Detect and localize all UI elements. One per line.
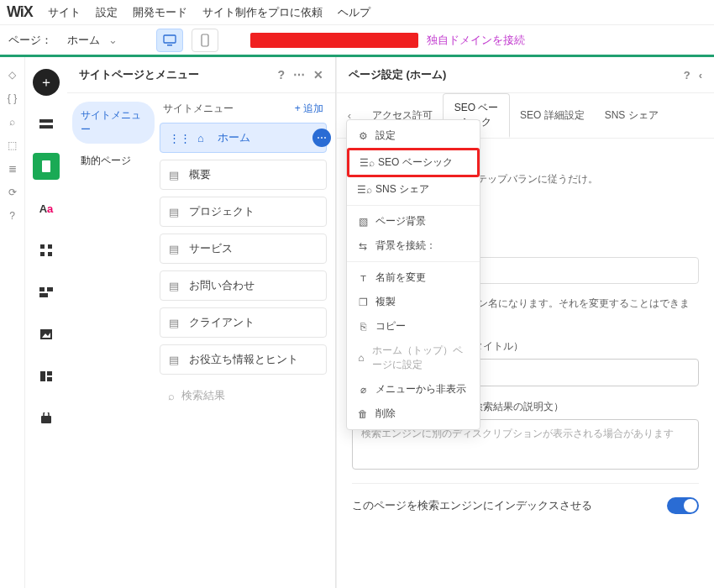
- desktop-view-button[interactable]: [156, 29, 183, 52]
- code-rail: ◇ { } ⌕ ⬚ ≣ ⟳ ?: [0, 57, 25, 588]
- desktop-icon: [163, 34, 176, 46]
- svg-rect-16: [47, 371, 52, 375]
- svg-rect-3: [39, 119, 53, 123]
- ctx-page-bg[interactable]: ▧ページ背景: [347, 209, 480, 234]
- ctx-duplicate[interactable]: ❐複製: [347, 290, 480, 314]
- page-item-label: ホーム: [218, 130, 250, 145]
- page-dropdown[interactable]: ホーム ⌄: [60, 31, 124, 50]
- back-icon[interactable]: ‹: [699, 69, 702, 81]
- page-item[interactable]: ▤概要: [160, 160, 327, 190]
- svg-rect-2: [202, 34, 208, 46]
- close-icon[interactable]: ✕: [313, 68, 323, 81]
- menu-hirepro[interactable]: サイト制作をプロに依頼: [202, 5, 323, 20]
- tool-business[interactable]: [33, 279, 60, 306]
- rail-icon-db[interactable]: ≣: [8, 163, 17, 175]
- menu-settings[interactable]: 設定: [96, 5, 118, 20]
- page-icon: ▤: [169, 243, 182, 255]
- page-item-label: プロジェクト: [189, 204, 255, 219]
- tool-theme[interactable]: Aa: [33, 195, 60, 222]
- ctx-rename[interactable]: ᴛ名前を変更: [347, 265, 480, 290]
- mobile-icon: [201, 34, 209, 47]
- ctx-sns-share[interactable]: ☰⌕SNS シェア: [347, 177, 480, 202]
- ctx-label: コピー: [375, 319, 406, 333]
- more-icon[interactable]: ⋯: [293, 68, 305, 81]
- editor-toolbar: ページ： ホーム ⌄ 独自ドメインを接続: [0, 25, 714, 57]
- rail-icon-braces[interactable]: { }: [8, 92, 17, 104]
- tab-sns-share[interactable]: SNS シェア: [595, 100, 669, 131]
- svg-rect-18: [41, 416, 51, 423]
- pages-panel: サイトページとメニュー ? ⋯ ✕ サイトメニュー 動的ページ サイトメニュー …: [67, 57, 336, 588]
- tool-media[interactable]: [33, 321, 60, 348]
- page-icon: ▤: [169, 280, 182, 292]
- index-toggle[interactable]: [667, 497, 699, 514]
- seo-icon: ☰⌕: [360, 157, 371, 169]
- svg-rect-7: [48, 244, 52, 249]
- menu-devmode[interactable]: 開発モード: [133, 5, 187, 20]
- svg-rect-10: [39, 287, 45, 291]
- add-page-link[interactable]: + 追加: [295, 102, 323, 116]
- tool-layout[interactable]: [33, 363, 60, 390]
- ctx-copy[interactable]: ⎘コピー: [347, 314, 480, 339]
- top-menu-bar: WiX サイト 設定 開発モード サイト制作をプロに依頼 ヘルプ: [0, 0, 714, 25]
- menu-help[interactable]: ヘルプ: [338, 5, 370, 20]
- rail-icon-search[interactable]: ⌕: [9, 116, 15, 128]
- ctx-label: SNS シェア: [375, 182, 429, 197]
- ctx-settings[interactable]: ⚙設定: [347, 123, 480, 148]
- tool-apps[interactable]: [33, 237, 60, 264]
- ctx-label: 名前を変更: [375, 270, 426, 285]
- editor-tools-sidebar: ＋ Aa: [25, 57, 67, 588]
- copy-icon: ⎘: [357, 321, 369, 333]
- page-item-label: サービス: [189, 241, 233, 256]
- rail-icon-run[interactable]: ⟳: [8, 186, 17, 198]
- drag-handle-icon[interactable]: ⋮⋮: [169, 132, 191, 144]
- svg-rect-15: [40, 371, 45, 381]
- mobile-view-button[interactable]: [192, 29, 218, 52]
- page-item[interactable]: ▤サービス: [160, 234, 327, 264]
- ctx-set-home: ⌂ホーム（トップ）ページに設定: [347, 339, 480, 377]
- side-tab-site-menu[interactable]: サイトメニュー: [72, 102, 155, 144]
- page-item[interactable]: ▤お問い合わせ: [160, 270, 327, 301]
- home-icon: ⌂: [357, 352, 365, 364]
- help-icon[interactable]: ?: [684, 69, 690, 81]
- rail-icon-help[interactable]: ?: [9, 210, 15, 222]
- tool-store[interactable]: [33, 405, 60, 432]
- page-item[interactable]: ▤お役立ち情報とヒント: [160, 344, 327, 375]
- svg-rect-0: [164, 35, 176, 43]
- menu-site[interactable]: サイト: [48, 5, 81, 20]
- ctx-connect-bg[interactable]: ⇆背景を接続：: [347, 234, 480, 258]
- svg-rect-4: [39, 125, 53, 129]
- background-icon: ▧: [357, 216, 369, 228]
- ctx-seo-basic[interactable]: ☰⌕SEO ベーシック: [347, 148, 480, 177]
- add-element-button[interactable]: ＋: [33, 69, 60, 96]
- page-dropdown-value: ホーム: [67, 34, 100, 46]
- home-icon: ⌂: [197, 132, 211, 144]
- svg-rect-17: [47, 377, 52, 381]
- page-search[interactable]: ⌕ 検索結果: [160, 381, 327, 410]
- logo: WiX: [7, 3, 33, 21]
- hide-icon: ⌀: [357, 384, 369, 396]
- trash-icon: 🗑: [357, 408, 369, 420]
- page-actions-button[interactable]: ⋯: [312, 129, 331, 147]
- svg-rect-12: [39, 293, 48, 297]
- svg-rect-9: [48, 252, 52, 256]
- tab-seo-advanced[interactable]: SEO 詳細設定: [510, 100, 595, 131]
- tool-sections[interactable]: [33, 111, 60, 138]
- side-tab-dynamic-pages[interactable]: 動的ページ: [72, 147, 155, 175]
- rail-icon-cube[interactable]: ⬚: [8, 139, 17, 151]
- ctx-hide[interactable]: ⌀メニューから非表示: [347, 377, 480, 402]
- tool-pages[interactable]: [33, 153, 60, 180]
- page-context-menu: ⚙設定 ☰⌕SEO ベーシック ☰⌕SNS シェア ▧ページ背景 ⇆背景を接続：…: [346, 119, 480, 430]
- page-item-label: お問い合わせ: [189, 278, 255, 293]
- page-icon: ▤: [169, 317, 182, 329]
- ctx-delete[interactable]: 🗑削除: [347, 402, 480, 426]
- index-toggle-label: このページを検索エンジンにインデックスさせる: [352, 498, 592, 513]
- ctx-label: 複製: [375, 295, 396, 309]
- page-item[interactable]: ▤プロジェクト: [160, 197, 327, 227]
- help-icon[interactable]: ?: [277, 68, 285, 81]
- pages-list-heading: サイトメニュー: [163, 102, 234, 116]
- page-item[interactable]: ▤クライアント: [160, 307, 327, 338]
- connect-domain-link[interactable]: 独自ドメインを接続: [427, 33, 525, 48]
- rail-icon-bracket[interactable]: ◇: [8, 69, 16, 81]
- ctx-label: 削除: [375, 407, 396, 421]
- page-item-home[interactable]: ⋮⋮ ⌂ ホーム ⋯: [160, 123, 327, 153]
